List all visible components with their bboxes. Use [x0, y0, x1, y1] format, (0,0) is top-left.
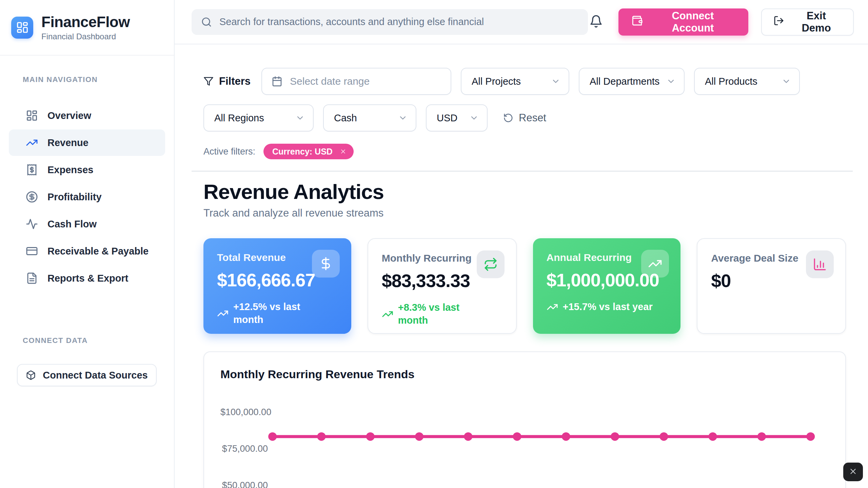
- sidebar-item-receivable-payable[interactable]: Receivable & Payable: [9, 238, 165, 264]
- trending-up-icon: [26, 137, 38, 149]
- stat-card-annual-recurring: Annual Recurring $1,000,000.00 +15.7% vs…: [533, 238, 681, 334]
- active-filters-label: Active filters:: [203, 146, 255, 157]
- chevron-down-icon: [295, 113, 305, 123]
- data-point: [317, 432, 326, 441]
- currency-filter-chip: Currency: USD: [263, 144, 354, 159]
- trending-up-icon: [382, 308, 393, 320]
- trending-up-icon: [641, 250, 669, 278]
- credit-card-icon: [26, 245, 38, 257]
- stat-card-average-deal-size: Average Deal Size $0: [697, 238, 846, 334]
- sidebar-item-label: Profitability: [47, 191, 102, 203]
- data-point: [611, 432, 619, 441]
- chevron-down-icon: [666, 77, 676, 86]
- sidebar-section-main-navigation: MAIN NAVIGATION: [23, 75, 165, 84]
- data-point: [366, 432, 375, 441]
- calendar-icon: [272, 76, 282, 87]
- products-dropdown[interactable]: All Products: [694, 68, 800, 95]
- layout-dashboard-icon: [26, 109, 38, 122]
- notifications-button[interactable]: [588, 14, 604, 30]
- package-icon: [26, 370, 36, 380]
- connect-data-sources-label: Connect Data Sources: [43, 370, 147, 381]
- departments-dropdown[interactable]: All Departments: [579, 68, 685, 95]
- sidebar-item-label: Revenue: [47, 137, 88, 148]
- sidebar-item-label: Reports & Export: [47, 273, 128, 284]
- reset-filters-button[interactable]: Reset: [503, 112, 546, 124]
- chart-title: Monthly Recurring Revenue Trends: [204, 352, 845, 381]
- data-point: [562, 432, 570, 441]
- active-filters-row: Active filters: Currency: USD: [203, 144, 846, 159]
- sidebar-item-profitability[interactable]: Profitability: [9, 184, 165, 210]
- section-divider: [192, 171, 853, 171]
- circle-dollar-icon: [26, 191, 38, 203]
- data-point: [659, 432, 668, 441]
- sidebar-item-cash-flow[interactable]: Cash Flow: [9, 211, 165, 237]
- close-icon: [849, 467, 857, 477]
- sidebar-item-label: Overview: [47, 110, 91, 121]
- stat-delta: +15.7% vs last year: [547, 301, 667, 313]
- chevron-down-icon: [782, 77, 791, 86]
- stat-delta: +8.3% vs last month: [382, 301, 502, 327]
- projects-dropdown[interactable]: All Projects: [461, 68, 569, 95]
- mrr-line-series: [204, 397, 845, 488]
- dollar-sign-icon: [312, 250, 340, 278]
- funnel-icon: [203, 76, 214, 86]
- file-text-icon: [26, 272, 38, 284]
- wallet-icon: [631, 15, 643, 29]
- brand: FinanceFlow Financial Dashboard: [0, 0, 174, 56]
- connect-data-sources-button[interactable]: Connect Data Sources: [17, 364, 157, 386]
- sidebar-section-connect-data: CONNECT DATA: [23, 336, 165, 345]
- stat-delta: +12.5% vs last month: [217, 301, 338, 326]
- sidebar-item-reports-export[interactable]: Reports & Export: [9, 265, 165, 291]
- rotate-ccw-icon: [503, 113, 513, 123]
- search-input[interactable]: [192, 9, 588, 35]
- data-point: [709, 432, 717, 441]
- brand-name: FinanceFlow: [41, 14, 130, 30]
- search-icon: [201, 17, 212, 27]
- topbar: Connect Account Exit Demo: [175, 0, 868, 44]
- remove-filter-icon[interactable]: [338, 146, 348, 157]
- chevron-down-icon: [469, 113, 479, 123]
- trending-up-icon: [217, 308, 229, 319]
- stat-card-monthly-recurring: Monthly Recurring $83,333.33 +8.3% vs la…: [368, 238, 517, 334]
- activity-icon: [26, 218, 38, 230]
- sidebar-item-expenses[interactable]: Expenses: [9, 157, 165, 183]
- data-point: [806, 432, 815, 441]
- mrr-trends-chart-card: Monthly Recurring Revenue Trends $100,00…: [203, 351, 846, 488]
- chevron-down-icon: [398, 113, 408, 123]
- main-content: Filters Select date range All Projects A…: [175, 44, 868, 488]
- data-point: [415, 432, 423, 441]
- close-overlay-button[interactable]: [843, 463, 863, 481]
- page-subtitle: Track and analyze all revenue streams: [203, 207, 846, 219]
- sidebar-nav: Overview Revenue: [9, 102, 165, 291]
- data-point: [268, 432, 277, 441]
- regions-dropdown[interactable]: All Regions: [203, 104, 314, 131]
- app-root: FinanceFlow Financial Dashboard MAIN NAV…: [0, 0, 868, 488]
- brand-logo-icon: [11, 17, 33, 39]
- sidebar-item-label: Expenses: [47, 164, 93, 176]
- filters-title: Filters: [203, 75, 252, 87]
- data-point: [513, 432, 521, 441]
- stat-card-total-revenue: Total Revenue $166,666.67 +12.5% vs last…: [203, 238, 351, 334]
- data-point: [464, 432, 472, 441]
- page-title: Revenue Analytics: [203, 180, 846, 204]
- currency-dropdown[interactable]: USD: [426, 104, 488, 131]
- repeat-icon: [477, 250, 505, 278]
- exit-demo-button[interactable]: Exit Demo: [761, 8, 854, 36]
- global-search: [192, 9, 588, 35]
- filters-row-2: All Regions Cash USD Reset: [203, 104, 846, 131]
- date-range-input[interactable]: Select date range: [261, 68, 451, 95]
- bar-chart-icon: [806, 250, 834, 278]
- data-point: [757, 432, 766, 441]
- sidebar-item-label: Cash Flow: [47, 219, 97, 230]
- log-out-icon: [773, 15, 784, 29]
- brand-tagline: Financial Dashboard: [41, 32, 130, 41]
- chevron-down-icon: [551, 77, 560, 86]
- connect-account-button[interactable]: Connect Account: [618, 8, 748, 36]
- sidebar-item-revenue[interactable]: Revenue: [9, 129, 165, 156]
- sidebar-item-overview[interactable]: Overview: [9, 102, 165, 129]
- sidebar: FinanceFlow Financial Dashboard MAIN NAV…: [0, 0, 175, 488]
- accounting-basis-dropdown[interactable]: Cash: [323, 104, 416, 131]
- chart-plot: $100,000.00$75,000.00$50,000.00: [204, 397, 845, 488]
- trending-up-icon: [547, 301, 558, 313]
- stat-cards-row: Total Revenue $166,666.67 +12.5% vs last…: [203, 238, 846, 334]
